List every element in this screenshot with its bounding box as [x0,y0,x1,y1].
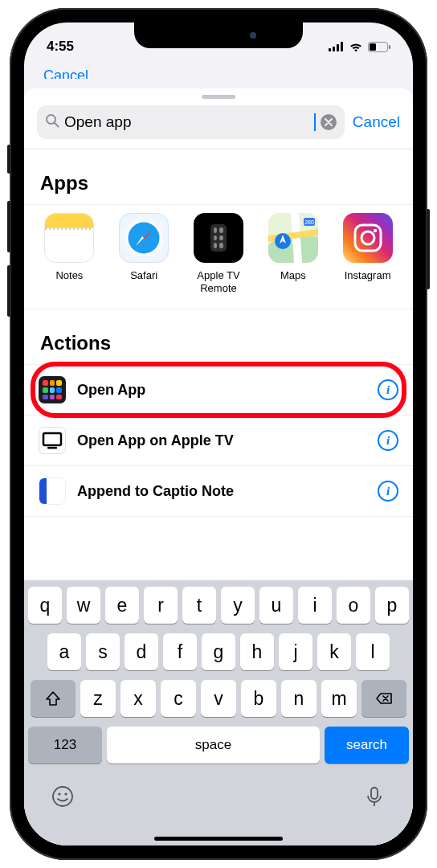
action-label: Open App on Apple TV [77,432,366,449]
svg-rect-21 [43,433,61,445]
key-i[interactable]: i [298,587,332,624]
key-w[interactable]: w [67,587,100,624]
status-time: 4:55 [47,39,74,55]
key-s[interactable]: s [86,633,120,670]
keyboard-row-3: zxcvbnm [28,680,409,717]
cellular-signal-icon [329,42,344,51]
key-n[interactable]: n [281,680,317,717]
key-g[interactable]: g [202,633,235,670]
svg-rect-5 [370,43,376,51]
text-cursor [314,113,316,131]
svg-point-20 [373,229,376,232]
key-v[interactable]: v [201,680,236,717]
app-label: Instagram [345,269,391,293]
key-z[interactable]: z [80,680,116,717]
svg-text:280: 280 [304,219,314,225]
sheet-grabber[interactable] [202,95,235,99]
keyboard-row-4: 123 space search [28,727,409,764]
actions-list: Open App i Open App on Apple TV i Append… [24,364,413,517]
status-right [329,42,390,52]
svg-rect-18 [355,225,381,251]
svg-point-19 [361,231,374,244]
home-indicator[interactable] [154,837,283,841]
key-q[interactable]: q [28,587,62,624]
svg-rect-6 [389,45,390,49]
action-row-open-app[interactable]: Open App i [24,365,413,416]
key-k[interactable]: k [317,633,351,670]
key-h[interactable]: h [240,633,274,670]
key-a[interactable]: a [47,633,81,670]
peek-cancel: Cancel [43,68,88,79]
apps-row: Notes Safari Apple TV Remote 280 [24,204,413,309]
search-box[interactable] [37,105,345,139]
key-j[interactable]: j [279,633,312,670]
svg-rect-2 [337,44,339,51]
actions-section-header: Actions [24,309,413,364]
action-row-open-app-apple-tv[interactable]: Open App on Apple TV i [24,416,413,466]
key-d[interactable]: d [125,633,158,670]
action-row-append-captio[interactable]: Append to Captio Note i [24,466,413,517]
key-o[interactable]: o [337,587,370,624]
phone-frame: 4:55 Cancel Next [10,8,427,860]
search-input[interactable] [64,113,309,131]
key-e[interactable]: e [105,587,139,624]
underlying-sheet-peek: Cancel Next [24,61,413,88]
shift-key[interactable] [31,680,76,717]
svg-line-8 [55,123,59,127]
app-item-notes[interactable]: Notes [35,213,104,294]
info-button[interactable]: i [378,430,398,451]
key-f[interactable]: f [163,633,197,670]
volume-up-button [7,201,10,252]
key-y[interactable]: y [221,587,255,624]
clear-search-button[interactable] [321,114,337,130]
svg-rect-3 [341,42,343,51]
svg-rect-26 [371,788,378,799]
svg-rect-22 [47,447,57,449]
info-button[interactable]: i [378,481,398,502]
search-row: Cancel [24,104,413,149]
app-item-maps[interactable]: 280 Maps [259,213,327,294]
emoji-key[interactable] [51,784,75,812]
dictation-key[interactable] [362,784,386,812]
numbers-key[interactable]: 123 [28,727,102,764]
battery-icon [368,42,390,52]
apps-section-header: Apps [24,149,413,204]
app-label: Apple TV Remote [185,269,253,294]
app-label: Safari [130,269,157,293]
cancel-button[interactable]: Cancel [353,113,400,131]
svg-point-25 [64,792,67,795]
safari-app-icon [119,213,169,263]
svg-rect-0 [329,48,331,51]
power-button [427,209,430,289]
app-item-safari[interactable]: Safari [110,213,178,294]
key-c[interactable]: c [161,680,196,717]
svg-rect-1 [333,47,335,51]
app-label: Notes [55,269,83,293]
search-key[interactable]: search [325,727,409,764]
app-item-apple-tv-remote[interactable]: Apple TV Remote [185,213,253,294]
svg-point-24 [58,792,60,795]
app-item-instagram[interactable]: Instagram [333,213,402,294]
info-button[interactable]: i [378,379,398,400]
key-l[interactable]: l [356,633,390,670]
open-app-action-icon [39,376,66,403]
key-u[interactable]: u [259,587,293,624]
key-t[interactable]: t [182,587,216,624]
app-label: Maps [280,269,306,293]
keyboard-row-1: qwertyuiop [28,587,409,624]
key-p[interactable]: p [375,587,409,624]
backspace-key[interactable] [361,680,406,717]
search-sheet: Cancel Apps Notes Safari [24,88,413,845]
volume-down-button [7,265,10,317]
space-key[interactable]: space [107,727,320,764]
key-x[interactable]: x [120,680,156,717]
action-label: Open App [77,382,366,399]
keyboard: qwertyuiop asdfghjkl zxcvbnm 123 space s… [24,580,413,845]
maps-app-icon: 280 [268,213,318,263]
key-b[interactable]: b [241,680,276,717]
key-m[interactable]: m [321,680,357,717]
apple-tv-action-icon [39,427,66,454]
notch [134,23,303,48]
action-label: Append to Captio Note [77,483,366,500]
key-r[interactable]: r [144,587,178,624]
